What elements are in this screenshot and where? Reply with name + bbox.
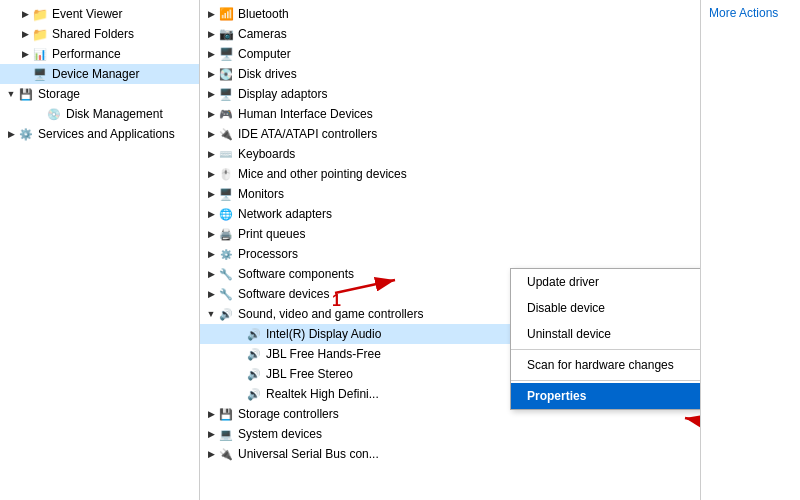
sidebar-item-storage[interactable]: ▼ 💾 Storage bbox=[0, 84, 199, 104]
chevron-icon: ▶ bbox=[204, 449, 218, 459]
sidebar-item-services-apps[interactable]: ▶ ⚙️ Services and Applications bbox=[0, 124, 199, 144]
printer-icon: 🖨️ bbox=[218, 226, 234, 242]
sidebar-item-label: Services and Applications bbox=[38, 127, 175, 141]
chevron-icon: ▶ bbox=[204, 209, 218, 219]
sidebar-item-label: Device Manager bbox=[52, 67, 139, 81]
device-list-panel[interactable]: ▶ 📶 Bluetooth ▶ 📷 Cameras ▶ 🖥️ Computer … bbox=[200, 0, 700, 500]
display-icon: 🖥️ bbox=[218, 86, 234, 102]
device-label: Keyboards bbox=[238, 147, 295, 161]
chevron-icon: ▶ bbox=[204, 189, 218, 199]
device-label: Cameras bbox=[238, 27, 287, 41]
left-tree-panel[interactable]: ▶ 📁 Event Viewer ▶ 📁 Shared Folders ▶ 📊 … bbox=[0, 0, 200, 500]
device-label: Disk drives bbox=[238, 67, 297, 81]
chevron-icon: ▶ bbox=[204, 129, 218, 139]
chevron-icon: ▶ bbox=[204, 169, 218, 179]
device-label: Network adapters bbox=[238, 207, 332, 221]
device-label: Intel(R) Display Audio bbox=[266, 327, 381, 341]
device-item-disk-drives[interactable]: ▶ 💽 Disk drives bbox=[200, 64, 700, 84]
context-menu-item-scan-changes[interactable]: Scan for hardware changes bbox=[511, 352, 700, 378]
context-menu: Update driver Disable device Uninstall d… bbox=[510, 268, 700, 410]
chevron-icon: ▶ bbox=[204, 29, 218, 39]
device-item-bluetooth[interactable]: ▶ 📶 Bluetooth bbox=[200, 4, 700, 24]
keyboard-icon: ⌨️ bbox=[218, 146, 234, 162]
context-menu-item-uninstall-device[interactable]: Uninstall device bbox=[511, 321, 700, 347]
device-item-system-devices[interactable]: ▶ 💻 System devices bbox=[200, 424, 700, 444]
chevron-icon: ▶ bbox=[204, 429, 218, 439]
chevron-icon: ▼ bbox=[4, 89, 18, 99]
chevron-icon: ▶ bbox=[204, 89, 218, 99]
chevron-icon: ▶ bbox=[204, 249, 218, 259]
chevron-icon: ▶ bbox=[18, 9, 32, 19]
device-label: Display adaptors bbox=[238, 87, 327, 101]
gear-icon: 🔧 bbox=[218, 266, 234, 282]
sidebar-item-label: Disk Management bbox=[66, 107, 163, 121]
chip-icon: 🔌 bbox=[218, 126, 234, 142]
device-label: Software components bbox=[238, 267, 354, 281]
more-actions-panel[interactable]: More Actions bbox=[700, 0, 800, 500]
sidebar-item-device-manager[interactable]: 🖥️ Device Manager bbox=[0, 64, 199, 84]
device-label: Computer bbox=[238, 47, 291, 61]
device-label: Monitors bbox=[238, 187, 284, 201]
sidebar-item-label: Performance bbox=[52, 47, 121, 61]
device-manager-icon: 🖥️ bbox=[32, 66, 48, 82]
sidebar-item-disk-management[interactable]: 💿 Disk Management bbox=[0, 104, 199, 124]
sidebar-item-performance[interactable]: ▶ 📊 Performance bbox=[0, 44, 199, 64]
disk-management-icon: 💿 bbox=[46, 106, 62, 122]
device-item-usb[interactable]: ▶ 🔌 Universal Serial Bus con... bbox=[200, 444, 700, 464]
context-menu-item-update-driver[interactable]: Update driver bbox=[511, 269, 700, 295]
device-item-computer[interactable]: ▶ 🖥️ Computer bbox=[200, 44, 700, 64]
folder-icon: 📁 bbox=[32, 6, 48, 22]
chevron-icon: ▶ bbox=[204, 49, 218, 59]
chevron-icon: ▶ bbox=[204, 289, 218, 299]
usb-icon: 🔌 bbox=[218, 446, 234, 462]
gear-icon: 🔧 bbox=[218, 286, 234, 302]
camera-icon: 📷 bbox=[218, 26, 234, 42]
context-menu-item-disable-device[interactable]: Disable device bbox=[511, 295, 700, 321]
device-item-cameras[interactable]: ▶ 📷 Cameras bbox=[200, 24, 700, 44]
sound-icon: 🔊 bbox=[246, 386, 262, 402]
device-item-display-adaptors[interactable]: ▶ 🖥️ Display adaptors bbox=[200, 84, 700, 104]
context-menu-separator bbox=[511, 349, 700, 350]
services-icon: ⚙️ bbox=[18, 126, 34, 142]
device-item-hid[interactable]: ▶ 🎮 Human Interface Devices bbox=[200, 104, 700, 124]
device-label: Sound, video and game controllers bbox=[238, 307, 423, 321]
sidebar-item-label: Storage bbox=[38, 87, 80, 101]
chevron-icon: ▶ bbox=[204, 409, 218, 419]
device-item-ide[interactable]: ▶ 🔌 IDE ATA/ATAPI controllers bbox=[200, 124, 700, 144]
device-label: Realtek High Defini... bbox=[266, 387, 379, 401]
device-item-keyboards[interactable]: ▶ ⌨️ Keyboards bbox=[200, 144, 700, 164]
chevron-icon: ▶ bbox=[204, 229, 218, 239]
hid-icon: 🎮 bbox=[218, 106, 234, 122]
storage-icon: 💾 bbox=[18, 86, 34, 102]
performance-icon: 📊 bbox=[32, 46, 48, 62]
sidebar-item-shared-folders[interactable]: ▶ 📁 Shared Folders bbox=[0, 24, 199, 44]
chevron-icon: ▶ bbox=[18, 49, 32, 59]
device-label: System devices bbox=[238, 427, 322, 441]
sidebar-item-event-viewer[interactable]: ▶ 📁 Event Viewer bbox=[0, 4, 199, 24]
context-menu-item-properties[interactable]: Properties bbox=[511, 383, 700, 409]
device-item-print-queues[interactable]: ▶ 🖨️ Print queues bbox=[200, 224, 700, 244]
chevron-icon: ▶ bbox=[204, 269, 218, 279]
folder-icon: 📁 bbox=[32, 26, 48, 42]
device-label: IDE ATA/ATAPI controllers bbox=[238, 127, 377, 141]
device-label: Storage controllers bbox=[238, 407, 339, 421]
device-item-mice[interactable]: ▶ 🖱️ Mice and other pointing devices bbox=[200, 164, 700, 184]
disk-icon: 💽 bbox=[218, 66, 234, 82]
storage-icon: 💾 bbox=[218, 406, 234, 422]
device-item-processors[interactable]: ▶ ⚙️ Processors bbox=[200, 244, 700, 264]
sound-icon: 🔊 bbox=[246, 366, 262, 382]
sound-icon: 🔊 bbox=[246, 346, 262, 362]
sidebar-item-label: Event Viewer bbox=[52, 7, 122, 21]
device-item-network[interactable]: ▶ 🌐 Network adapters bbox=[200, 204, 700, 224]
device-label: JBL Free Hands-Free bbox=[266, 347, 381, 361]
device-label: Software devices bbox=[238, 287, 329, 301]
sound-icon: 🔊 bbox=[218, 306, 234, 322]
device-item-monitors[interactable]: ▶ 🖥️ Monitors bbox=[200, 184, 700, 204]
chevron-icon: ▼ bbox=[204, 309, 218, 319]
device-label: Mice and other pointing devices bbox=[238, 167, 407, 181]
chip-icon: 💻 bbox=[218, 426, 234, 442]
computer-icon: 🖥️ bbox=[218, 46, 234, 62]
device-label: JBL Free Stereo bbox=[266, 367, 353, 381]
sound-icon: 🔊 bbox=[246, 326, 262, 342]
device-label: Print queues bbox=[238, 227, 305, 241]
